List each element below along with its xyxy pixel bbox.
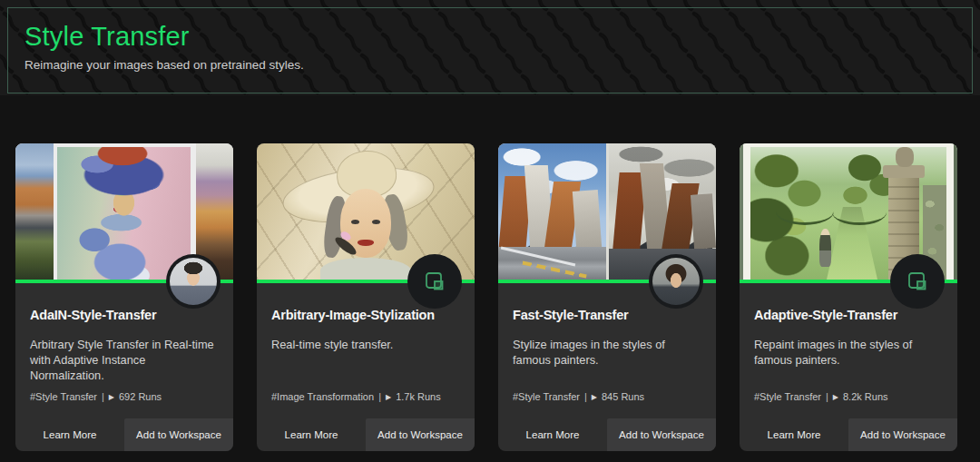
learn-more-button[interactable]: Learn More xyxy=(498,418,607,451)
add-to-workspace-button[interactable]: Add to Workspace xyxy=(124,418,233,451)
card-footer: Learn More Add to Workspace xyxy=(498,418,716,451)
model-description: Real-time style transfer. xyxy=(271,337,460,352)
model-run-count: 692 Runs xyxy=(119,391,162,402)
model-category-tag: #Style Transfer xyxy=(30,391,97,402)
meta-separator: | xyxy=(378,391,381,402)
image-layer xyxy=(954,143,957,280)
author-photo xyxy=(170,258,217,305)
style-transfer-page: Style Transfer Reimagine your images bas… xyxy=(0,0,980,462)
model-card-grid: AdaIN-Style-Transfer Arbitrary Style Tra… xyxy=(15,143,957,451)
model-run-count: 845 Runs xyxy=(602,391,644,402)
image-layer xyxy=(320,258,411,280)
model-meta: #Image Transformation | ▶ 1.7k Runs xyxy=(271,391,460,402)
image-layer xyxy=(750,143,946,147)
model-description: Repaint images in the styles of famous p… xyxy=(754,337,943,368)
page-subtitle: Reimagine your images based on pretraine… xyxy=(24,58,972,72)
image-layer xyxy=(15,143,54,280)
image-layer xyxy=(776,198,834,225)
image-layer xyxy=(883,165,925,178)
image-layer xyxy=(372,220,380,224)
model-author-avatar xyxy=(649,254,703,309)
meta-separator: | xyxy=(584,391,587,402)
model-category-tag: #Image Transformation xyxy=(271,391,374,402)
model-title: Adaptive-Style-Transfer xyxy=(754,308,943,322)
image-layer xyxy=(573,190,602,250)
learn-more-button[interactable]: Learn More xyxy=(15,418,124,451)
meta-separator: | xyxy=(102,391,104,402)
model-author-avatar xyxy=(890,254,945,309)
card-footer: Learn More Add to Workspace xyxy=(15,418,233,451)
image-layer xyxy=(170,258,217,305)
image-layer xyxy=(358,240,374,246)
model-card-adain-style-transfer[interactable]: AdaIN-Style-Transfer Arbitrary Style Tra… xyxy=(15,143,233,451)
add-to-workspace-button[interactable]: Add to Workspace xyxy=(366,418,475,451)
page-header: Style Transfer Reimagine your images bas… xyxy=(0,0,980,95)
model-card-adaptive-style-transfer[interactable]: Adaptive-Style-Transfer Repaint images i… xyxy=(740,143,957,451)
image-layer xyxy=(832,200,887,225)
image-layer xyxy=(351,220,359,224)
model-author-avatar xyxy=(407,254,462,309)
model-card-fast-style-transfer[interactable]: Fast-Style-Transfer Stylize images in th… xyxy=(498,143,716,451)
workspace-icon xyxy=(425,271,445,291)
play-icon: ▶ xyxy=(833,392,838,400)
play-icon: ▶ xyxy=(109,392,114,400)
play-icon: ▶ xyxy=(386,392,391,400)
model-description: Arbitrary Style Transfer in Real-time wi… xyxy=(30,337,219,383)
image-layer xyxy=(652,258,700,305)
image-layer xyxy=(819,229,831,267)
learn-more-button[interactable]: Learn More xyxy=(257,418,366,451)
image-layer xyxy=(896,147,914,167)
image-layer xyxy=(57,147,191,280)
image-layer xyxy=(740,143,743,280)
add-to-workspace-button[interactable]: Add to Workspace xyxy=(607,418,716,451)
play-icon: ▶ xyxy=(592,392,597,400)
model-meta: #Style Transfer | ▶ 8.2k Runs xyxy=(754,391,943,402)
model-category-tag: #Style Transfer xyxy=(754,391,821,402)
card-footer: Learn More Add to Workspace xyxy=(257,418,475,451)
card-footer: Learn More Add to Workspace xyxy=(740,418,957,451)
workspace-icon xyxy=(907,271,927,291)
model-category-tag: #Style Transfer xyxy=(513,391,580,402)
model-card-arbitrary-image-stylization[interactable]: Arbitrary-Image-Stylization Real-time st… xyxy=(257,143,475,451)
model-author-avatar xyxy=(166,254,220,309)
page-title: Style Transfer xyxy=(24,23,972,52)
add-to-workspace-button[interactable]: Add to Workspace xyxy=(848,418,957,451)
image-layer xyxy=(691,193,716,250)
model-title: Arbitrary-Image-Stylization xyxy=(271,308,460,322)
model-description: Stylize images in the styles of famous p… xyxy=(513,337,701,368)
model-meta: #Style Transfer | ▶ 692 Runs xyxy=(30,391,219,402)
model-run-count: 8.2k Runs xyxy=(843,391,888,402)
image-layer xyxy=(946,143,954,280)
model-meta: #Style Transfer | ▶ 845 Runs xyxy=(513,391,701,402)
image-layer xyxy=(498,143,606,280)
author-photo xyxy=(652,258,700,305)
model-title: AdaIN-Style-Transfer xyxy=(30,308,219,322)
model-title: Fast-Style-Transfer xyxy=(513,308,701,322)
header-box: Style Transfer Reimagine your images bas… xyxy=(7,7,973,93)
learn-more-button[interactable]: Learn More xyxy=(740,418,848,451)
image-layer xyxy=(743,143,750,280)
model-run-count: 1.7k Runs xyxy=(396,391,441,402)
meta-separator: | xyxy=(826,391,828,402)
